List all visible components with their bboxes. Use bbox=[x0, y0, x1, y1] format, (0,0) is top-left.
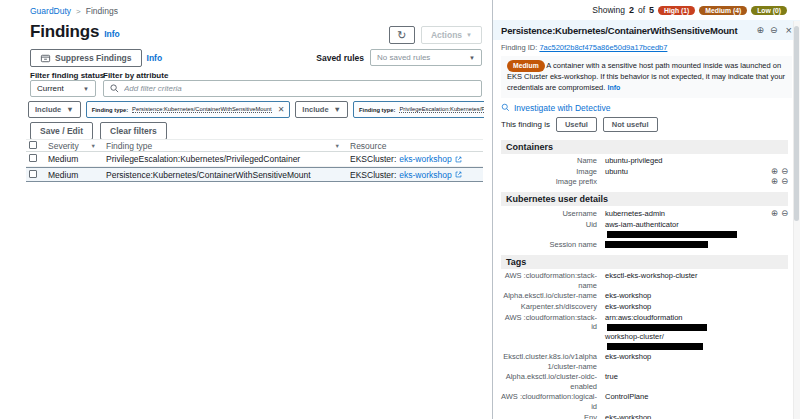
useful-button[interactable]: Useful bbox=[556, 117, 597, 132]
chevron-down-icon: ▼ bbox=[66, 105, 73, 114]
detail-row: Karpenter.sh/discovery eks-workshop bbox=[501, 302, 788, 313]
refresh-icon: ↻ bbox=[397, 29, 406, 42]
medium-severity-badge[interactable]: Medium (4) bbox=[699, 6, 747, 15]
severity-badge: Medium bbox=[507, 60, 545, 72]
severity-cell: Medium bbox=[48, 170, 106, 180]
magnifier-minus-icon[interactable]: ⊖ bbox=[781, 177, 788, 186]
filter-token-1[interactable]: Finding type: Persistence:Kubernetes/Con… bbox=[86, 101, 291, 118]
filter-token-2-value: PrivilegeEscalation:Kubernetes/Privilege… bbox=[399, 106, 484, 113]
saved-rules-label: Saved rules bbox=[316, 53, 364, 63]
section-header-tags: Tags bbox=[501, 255, 788, 269]
detail-value: ControlPlane bbox=[605, 392, 760, 402]
magnifier-plus-icon[interactable]: ⊕ bbox=[771, 167, 778, 176]
not-useful-button[interactable]: Not useful bbox=[603, 117, 658, 132]
description-info-link[interactable]: Info bbox=[607, 84, 620, 91]
magnifier-minus-icon[interactable]: ⊖ bbox=[781, 209, 788, 218]
column-severity[interactable]: Severity ▼ bbox=[48, 141, 106, 151]
detail-value: eksctl-eks-workshop-cluster bbox=[605, 271, 760, 281]
breadcrumb-current: Findings bbox=[86, 6, 118, 16]
detail-label: AWS :cloudformation:logical-id bbox=[501, 392, 597, 411]
magnifier-plus-icon[interactable]: ⊕ bbox=[771, 177, 778, 186]
table-row[interactable]: Medium PrivilegeEscalation:Kubernetes/Pr… bbox=[26, 152, 483, 167]
refresh-button[interactable]: ↻ bbox=[389, 26, 415, 44]
low-severity-badge[interactable]: Low (0) bbox=[751, 6, 787, 15]
high-severity-badge[interactable]: High (1) bbox=[658, 6, 695, 15]
suppress-info-link[interactable]: Info bbox=[147, 53, 163, 63]
save-edit-button[interactable]: Save / Edit bbox=[30, 122, 93, 140]
detail-row: Alpha.eksctl.io/cluster-oidc-enabled tru… bbox=[501, 372, 788, 392]
include-select-1[interactable]: Include ▼ bbox=[28, 101, 81, 118]
magnifier-minus-icon[interactable]: ⊖ bbox=[781, 167, 788, 176]
column-resource[interactable]: Resource bbox=[350, 141, 483, 151]
detail-label: Image bbox=[501, 167, 597, 177]
resource-cell: EKSCluster: eks-workshop bbox=[350, 154, 483, 164]
close-icon[interactable]: × bbox=[786, 24, 792, 36]
chevron-down-icon: ▼ bbox=[334, 105, 341, 114]
detail-scrollbar-thumb[interactable] bbox=[794, 26, 799, 221]
detail-value: ubuntu-privileged bbox=[605, 156, 760, 166]
saved-rules-value: No saved rules bbox=[377, 53, 430, 62]
actions-button[interactable]: Actions ▼ bbox=[421, 26, 482, 44]
detail-value: ubuntu bbox=[605, 167, 760, 177]
suppress-findings-button[interactable]: Suppress Findings bbox=[30, 49, 142, 67]
filter-attribute-label: Filter by attribute bbox=[103, 71, 168, 80]
detail-label: Env bbox=[501, 413, 597, 419]
breadcrumb-separator: > bbox=[76, 7, 81, 16]
sort-icon[interactable]: ▼ bbox=[335, 143, 340, 149]
page-header: Findings Info bbox=[30, 22, 120, 42]
sort-icon[interactable]: ▼ bbox=[91, 143, 96, 149]
redacted-value bbox=[607, 231, 737, 238]
resource-link[interactable]: eks-workshop bbox=[399, 170, 451, 180]
page-title: Findings bbox=[30, 22, 99, 42]
finding-id-label: Finding ID: bbox=[501, 43, 537, 52]
detail-row: Image ubuntu ⊕⊖ bbox=[501, 166, 788, 177]
include-select-2[interactable]: Include ▼ bbox=[295, 101, 348, 118]
column-finding-type[interactable]: Finding type ▼ bbox=[106, 141, 350, 151]
detail-value: eks-workshop bbox=[605, 352, 760, 362]
breadcrumb-guardduty-link[interactable]: GuardDuty bbox=[30, 6, 71, 16]
detail-label: Uid bbox=[501, 220, 597, 230]
finding-type-cell: PrivilegeEscalation:Kubernetes/Privilege… bbox=[106, 154, 350, 164]
page-info-link[interactable]: Info bbox=[104, 29, 120, 39]
saved-rules: Saved rules No saved rules ▼ bbox=[316, 49, 482, 66]
showing-of: of bbox=[638, 5, 645, 15]
finding-status-select[interactable]: Current ▼ bbox=[30, 80, 96, 97]
finding-id-link[interactable]: 7ac520f2b8cf475a86e50d9a17bcedb7 bbox=[539, 43, 667, 52]
row-checkbox[interactable] bbox=[29, 170, 37, 178]
include-select-2-label: Include bbox=[302, 105, 328, 114]
row-checkbox[interactable] bbox=[29, 154, 37, 162]
dismiss-token-icon[interactable]: ✕ bbox=[278, 105, 285, 114]
feedback-row: This finding is Useful Not useful bbox=[493, 115, 800, 135]
finding-description: Medium A container with a sensitive host… bbox=[501, 56, 792, 98]
filter-token-1-key: Finding type: bbox=[92, 107, 128, 113]
table-row-selected[interactable]: Medium Persistence:Kubernetes/ContainerW… bbox=[26, 167, 483, 182]
resource-type-label: EKSCluster: bbox=[350, 154, 396, 164]
external-link-icon bbox=[455, 156, 462, 163]
suppress-icon bbox=[40, 53, 51, 64]
investigate-with-detective-link[interactable]: Investigate with Detective bbox=[514, 103, 610, 113]
finding-status-value: Current bbox=[37, 84, 64, 93]
magnifier-plus-icon[interactable]: ⊕ bbox=[771, 209, 778, 218]
magnifier-plus-icon[interactable]: ⊕ bbox=[756, 26, 764, 35]
detail-value bbox=[605, 240, 760, 250]
detail-label: AWS :cloudformation:stack-id bbox=[501, 313, 597, 332]
description-text: A container with a sensitive host path m… bbox=[507, 61, 785, 92]
select-all-checkbox[interactable] bbox=[29, 141, 37, 149]
detail-row: AWS :cloudformation:stack-id arn:aws:clo… bbox=[501, 312, 788, 351]
detail-label: Karpenter.sh/discovery bbox=[501, 302, 597, 312]
detail-value: arn:aws:cloudformation workshop-cluster/ bbox=[605, 313, 760, 351]
detective-row: Investigate with Detective bbox=[493, 100, 800, 115]
magnifier-minus-icon[interactable]: ⊖ bbox=[770, 26, 778, 35]
clear-filters-button[interactable]: Clear filters bbox=[100, 122, 167, 140]
detail-row: AWS :cloudformation:logical-id ControlPl… bbox=[501, 392, 788, 412]
resource-cell: EKSCluster: eks-workshop bbox=[350, 170, 483, 180]
filter-search-input[interactable] bbox=[124, 84, 475, 93]
chevron-down-icon: ▼ bbox=[469, 55, 475, 61]
detail-value: aws-iam-authenticator bbox=[605, 220, 760, 239]
detail-row: Image prefix ⊕⊖ bbox=[501, 177, 788, 188]
resource-link[interactable]: eks-workshop bbox=[399, 154, 451, 164]
section-header-containers: Containers bbox=[501, 140, 788, 154]
detail-scrollbar[interactable] bbox=[793, 21, 800, 419]
saved-rules-select[interactable]: No saved rules ▼ bbox=[370, 49, 482, 66]
filter-token-2[interactable]: Finding type: PrivilegeEscalation:Kubern… bbox=[353, 101, 484, 118]
